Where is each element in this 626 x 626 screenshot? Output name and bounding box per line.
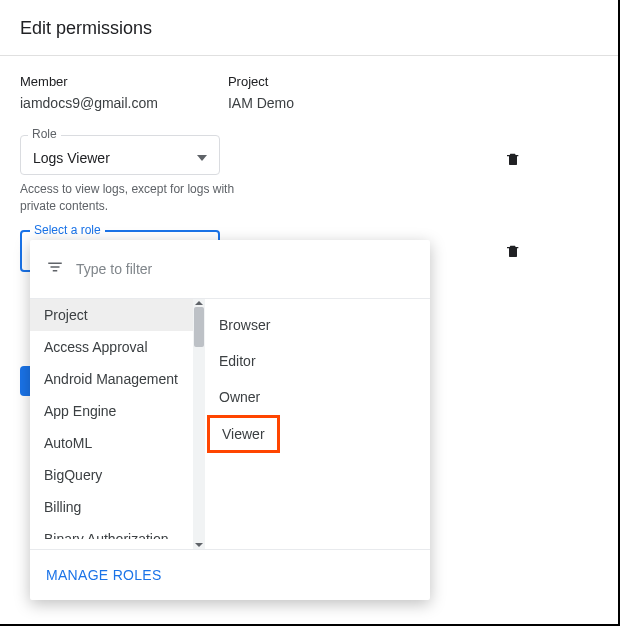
- role-item-browser[interactable]: Browser: [205, 307, 430, 343]
- service-item-project[interactable]: Project: [30, 299, 205, 331]
- chevron-down-icon: [197, 155, 207, 161]
- project-label: Project: [228, 74, 294, 89]
- service-item[interactable]: BigQuery: [30, 459, 205, 491]
- delete-role-button[interactable]: [505, 150, 521, 172]
- scroll-down-icon: [195, 543, 203, 547]
- filter-icon: [46, 258, 74, 280]
- role-dropdown[interactable]: Logs Viewer: [20, 135, 220, 175]
- service-item[interactable]: Binary Authorization: [30, 523, 205, 539]
- trash-icon: [505, 150, 521, 168]
- member-value: iamdocs9@gmail.com: [20, 95, 158, 111]
- service-list[interactable]: Project Access Approval Android Manageme…: [30, 299, 205, 549]
- role-value: Logs Viewer: [33, 150, 110, 166]
- role-item-viewer[interactable]: Viewer: [207, 415, 280, 453]
- role-item-owner[interactable]: Owner: [205, 379, 430, 415]
- role-item-editor[interactable]: Editor: [205, 343, 430, 379]
- role-picker-popover: Project Access Approval Android Manageme…: [30, 240, 430, 600]
- project-value: IAM Demo: [228, 95, 294, 111]
- role-label: Role: [28, 127, 61, 141]
- service-item[interactable]: Android Management: [30, 363, 205, 395]
- page-title: Edit permissions: [0, 0, 618, 55]
- role-helper: Access to view logs, except for logs wit…: [20, 181, 270, 215]
- scrollbar[interactable]: [193, 299, 205, 549]
- scroll-thumb[interactable]: [194, 307, 204, 347]
- service-item[interactable]: App Engine: [30, 395, 205, 427]
- scroll-up-icon: [195, 301, 203, 305]
- service-item[interactable]: Access Approval: [30, 331, 205, 363]
- role-list: Browser Editor Owner Viewer: [205, 299, 430, 549]
- member-label: Member: [20, 74, 158, 89]
- service-item[interactable]: Billing: [30, 491, 205, 523]
- delete-role-button[interactable]: [505, 242, 521, 264]
- trash-icon: [505, 242, 521, 260]
- role-filter-input[interactable]: [74, 260, 414, 278]
- service-item[interactable]: AutoML: [30, 427, 205, 459]
- manage-roles-link[interactable]: MANAGE ROLES: [46, 567, 162, 583]
- primary-button-edge: [20, 366, 30, 396]
- select-role-label: Select a role: [30, 223, 105, 237]
